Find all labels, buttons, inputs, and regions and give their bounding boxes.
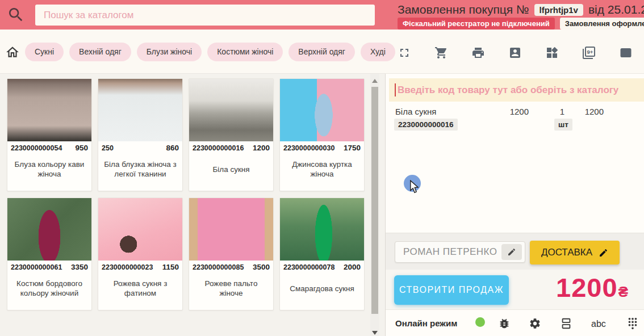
product-price: 950 — [75, 144, 88, 152]
currency-symbol: ₴ — [618, 283, 628, 301]
abc-keyboard-toggle[interactable]: abc — [591, 319, 606, 329]
scrollbar-thumb[interactable] — [371, 87, 378, 314]
settings-gear-icon[interactable] — [529, 317, 541, 330]
product-photo — [7, 198, 91, 261]
header-badges: Фіскальний реєстратор не підключений Зам… — [398, 18, 644, 30]
product-name: Рожева сукня з фатином — [98, 271, 182, 310]
product-code: 2230000000016 — [193, 144, 244, 152]
delivery-button[interactable]: ДОСТАВКА — [530, 241, 620, 264]
home-icon[interactable] — [5, 45, 20, 60]
product-photo — [98, 79, 182, 141]
catalog-scrollbar[interactable] — [370, 74, 379, 336]
cart-item-total: 1200 — [563, 107, 604, 116]
cart-item-code-badge: 2230000000016 — [394, 119, 458, 131]
order-title: Замовлення покупця № lfprhtjp1v від 25.0… — [398, 3, 644, 16]
total-amount: 1200 — [556, 272, 618, 303]
order-total: 1200 ₴ — [556, 272, 628, 303]
toolbar-icons: 9+ — [398, 44, 633, 62]
category-chip-verkhnii-odiag[interactable]: Верхній одяг — [288, 43, 355, 61]
product-card[interactable]: 2230000000054950 Блуза кольору кави жіно… — [7, 78, 92, 191]
product-photo — [98, 198, 182, 261]
scroll-up-arrow-icon[interactable] — [372, 79, 378, 83]
product-code: 2230000000054 — [11, 144, 62, 152]
product-code-input[interactable]: Введіть код товару тут або оберіть з кат… — [389, 78, 644, 102]
product-photo — [280, 79, 364, 141]
category-chip-vehnii-odiag[interactable]: Вехній одяг — [69, 43, 131, 61]
product-code: 2230000000030 — [283, 144, 334, 152]
category-toolbar: Сукні Вехній одяг Блузи жіночі Костюми ж… — [0, 30, 644, 74]
create-sale-button[interactable]: СТВОРИТИ ПРОДАЖ — [394, 275, 509, 305]
product-photo — [189, 198, 273, 261]
product-code: 2230000000078 — [283, 263, 334, 271]
category-chip-sukni[interactable]: Сукні — [25, 43, 64, 61]
edit-customer-pencil-icon[interactable] — [501, 244, 522, 260]
product-card[interactable]: 22300000000301750 Джинсова куртка жіноча — [279, 78, 365, 191]
product-price: 1150 — [162, 263, 179, 271]
cart-item-name: Біла сукня — [395, 107, 436, 116]
product-code: 250 — [102, 144, 114, 152]
product-name: Блуза кольору кави жіноча — [7, 152, 91, 191]
product-price: 1200 — [253, 144, 270, 152]
contact-card-icon[interactable] — [508, 46, 522, 60]
product-card[interactable]: 22300000000161200 Біла сукня — [189, 78, 274, 191]
product-name: Біла сукня — [189, 152, 273, 191]
filter-9plus-icon[interactable]: 9+ — [582, 46, 596, 60]
mouse-cursor-icon — [409, 180, 420, 194]
cart-item-price: 1200 — [488, 107, 529, 116]
customer-delivery-section: РОМАН ПЕТРЕНКО ДОСТАВКА — [386, 233, 644, 270]
svg-text:9+: 9+ — [587, 49, 593, 55]
order-id-badge: lfprhtjp1v — [534, 4, 583, 16]
product-name: Біла блузка жіноча з легкої тканини — [98, 152, 182, 191]
scroll-down-arrow-icon[interactable] — [372, 331, 378, 335]
product-catalog: 2230000000054950 Блуза кольору кави жіно… — [0, 74, 385, 336]
bug-icon[interactable] — [498, 317, 511, 330]
online-status-dot — [475, 317, 485, 327]
delivery-label: ДОСТАВКА — [541, 247, 592, 258]
code-input-placeholder: Введіть код товару тут або оберіть з кат… — [398, 85, 618, 96]
cart-item-row[interactable]: Біла сукня 2230000000016 1200 1 шт 1200 — [386, 102, 644, 136]
edit-delivery-pencil-icon — [599, 248, 608, 258]
search-icon[interactable] — [7, 6, 25, 24]
dialpad-icon[interactable] — [626, 317, 639, 330]
note-icon[interactable] — [619, 46, 633, 60]
product-card[interactable]: 22300000000613350 Костюм бордового кольо… — [7, 198, 92, 310]
customer-button[interactable]: РОМАН ПЕТРЕНКО — [395, 241, 525, 263]
pos-app: Замовлення покупця № lfprhtjp1v від 25.0… — [0, 0, 644, 336]
widgets-icon[interactable] — [545, 46, 559, 60]
category-chip-kostiumy[interactable]: Костюми жіночі — [207, 43, 283, 61]
product-code: 2230000000023 — [102, 263, 153, 271]
text-caret — [395, 83, 396, 96]
product-price: 860 — [166, 144, 179, 152]
cart-icon[interactable] — [434, 46, 448, 60]
category-chip-bluzy[interactable]: Блузи жіночі — [137, 43, 202, 61]
order-status-badge: Замовлення оформлено — [560, 18, 644, 30]
catalog-search-input[interactable] — [35, 5, 375, 26]
product-price: 1750 — [344, 144, 361, 152]
product-price: 3350 — [71, 263, 88, 271]
product-card[interactable]: 22300000000231150 Рожева сукня з фатином — [98, 198, 183, 310]
category-chip-khudi[interactable]: Худі — [361, 43, 395, 61]
splitscreen-icon[interactable] — [560, 317, 572, 330]
product-photo — [7, 79, 91, 141]
product-photo — [189, 79, 273, 141]
fullscreen-icon[interactable] — [398, 46, 411, 60]
product-code: 2230000000061 — [11, 263, 62, 271]
online-mode-label: Онлайн режим — [395, 318, 457, 328]
order-title-prefix: Замовлення покупця № — [398, 3, 529, 16]
product-card[interactable]: 22300000000853500 Рожеве пальто жіноче — [189, 198, 274, 310]
product-code: 2230000000085 — [193, 263, 244, 271]
product-name: Рожеве пальто жіноче — [189, 271, 273, 310]
create-sale-section: СТВОРИТИ ПРОДАЖ 1200 ₴ — [386, 270, 644, 309]
product-photo — [280, 198, 364, 261]
print-icon[interactable] — [471, 46, 485, 60]
product-name: Смарагдова сукня — [280, 271, 364, 310]
category-chips: Сукні Вехній одяг Блузи жіночі Костюми ж… — [25, 43, 395, 61]
product-price: 2000 — [344, 263, 361, 271]
cart-item-unit-badge: шт — [554, 119, 572, 131]
product-name: Джинсова куртка жіноча — [280, 152, 364, 191]
product-card[interactable]: 250860 Біла блузка жіноча з легкої ткани… — [98, 78, 183, 191]
status-bar: Онлайн режим abc — [386, 309, 644, 336]
product-card[interactable]: 22300000000782000 Смарагдова сукня — [279, 198, 365, 310]
order-title-date: від 25.01.2023 — [588, 3, 644, 16]
fiscal-printer-badge: Фіскальний реєстратор не підключений — [398, 18, 555, 30]
